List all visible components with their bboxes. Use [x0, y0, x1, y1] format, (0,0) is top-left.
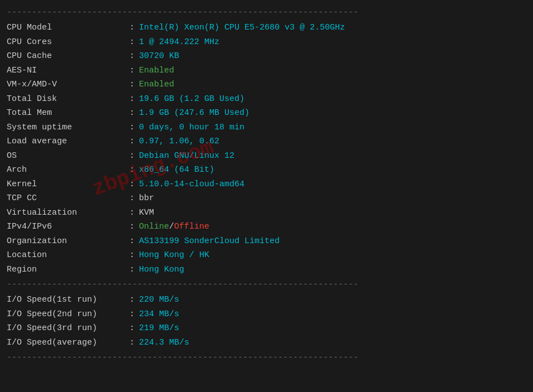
load-average-value: 0.97, 1.06, 0.62	[139, 134, 219, 149]
tcp-cc-row: TCP CC : bbr	[7, 191, 526, 206]
io1-value: 220 MB/s	[139, 293, 179, 307]
divider-bot: ----------------------------------------…	[7, 353, 526, 362]
cpu-cache-row: CPU Cache : 30720 KB	[7, 49, 526, 64]
location-label: Location	[7, 248, 129, 263]
io3-row: I/O Speed(3rd run) : 219 MB/s	[7, 321, 526, 336]
ipv4-online-value: Online	[139, 220, 169, 234]
total-disk-value: 19.6 GB (1.2 GB Used)	[139, 92, 244, 107]
uptime-value: 0 days, 0 hour 18 min	[139, 120, 244, 135]
os-row: OS : Debian GNU/Linux 12	[7, 149, 526, 163]
os-colon: :	[129, 149, 135, 163]
virtualization-value: KVM	[139, 206, 154, 220]
total-mem-label: Total Mem	[7, 106, 129, 120]
cpu-cache-value: 30720 KB	[139, 49, 179, 64]
ipv4-ipv6-row: IPv4/IPv6 : Online / Offline	[7, 220, 526, 234]
cpu-section: CPU Model : Intel(R) Xeon(R) CPU E5-2680…	[7, 21, 526, 277]
ipv4-ipv6-label: IPv4/IPv6	[7, 220, 129, 234]
io2-label: I/O Speed(2nd run)	[7, 307, 129, 322]
cpu-model-row: CPU Model : Intel(R) Xeon(R) CPU E5-2680…	[7, 21, 526, 35]
io-avg-value: 224.3 MB/s	[139, 336, 189, 350]
kernel-value: 5.10.0-14-cloud-amd64	[139, 177, 244, 192]
total-mem-colon: :	[129, 106, 135, 120]
organization-colon: :	[129, 234, 135, 249]
cpu-cache-colon: :	[129, 49, 135, 64]
ipv4-sep: /	[169, 220, 174, 234]
arch-label: Arch	[7, 163, 129, 177]
io-section: I/O Speed(1st run) : 220 MB/s I/O Speed(…	[7, 293, 526, 350]
io3-label: I/O Speed(3rd run)	[7, 321, 129, 336]
io-avg-label: I/O Speed(average)	[7, 336, 129, 350]
load-average-colon: :	[129, 134, 135, 149]
uptime-label: System uptime	[7, 120, 129, 135]
io3-colon: :	[129, 321, 135, 336]
organization-value: AS133199 SonderCloud Limited	[139, 234, 280, 249]
aes-ni-value: Enabled	[139, 64, 174, 78]
cpu-cores-label: CPU Cores	[7, 35, 129, 50]
cpu-model-value: Intel(R) Xeon(R) CPU E5-2680 v3 @ 2.50GH…	[139, 21, 345, 35]
cpu-model-label: CPU Model	[7, 21, 129, 35]
virtualization-row: Virtualization : KVM	[7, 206, 526, 220]
virtualization-colon: :	[129, 206, 135, 220]
io2-row: I/O Speed(2nd run) : 234 MB/s	[7, 307, 526, 322]
divider-mid: ----------------------------------------…	[7, 280, 526, 289]
cpu-cache-label: CPU Cache	[7, 49, 129, 64]
load-average-label: Load average	[7, 134, 129, 149]
cpu-model-colon: :	[129, 21, 135, 35]
arch-value: x86_64 (64 Bit)	[139, 163, 214, 177]
organization-label: Organization	[7, 234, 129, 249]
tcp-cc-label: TCP CC	[7, 191, 129, 206]
total-disk-colon: :	[129, 92, 135, 107]
region-value: Hong Kong	[139, 263, 184, 277]
tcp-cc-colon: :	[129, 191, 135, 206]
io3-value: 219 MB/s	[139, 321, 179, 336]
io1-label: I/O Speed(1st run)	[7, 293, 129, 307]
uptime-colon: :	[129, 120, 135, 135]
vmx-row: VM-x/AMD-V : Enabled	[7, 78, 526, 92]
aes-ni-row: AES-NI : Enabled	[7, 64, 526, 78]
os-value: Debian GNU/Linux 12	[139, 149, 234, 163]
total-disk-label: Total Disk	[7, 92, 129, 107]
region-colon: :	[129, 263, 135, 277]
uptime-row: System uptime : 0 days, 0 hour 18 min	[7, 120, 526, 135]
location-value: Hong Kong / HK	[139, 248, 209, 263]
cpu-cores-value: 1 @ 2494.222 MHz	[139, 35, 219, 50]
kernel-colon: :	[129, 177, 135, 192]
location-row: Location : Hong Kong / HK	[7, 248, 526, 263]
organization-row: Organization : AS133199 SonderCloud Limi…	[7, 234, 526, 249]
cpu-cores-row: CPU Cores : 1 @ 2494.222 MHz	[7, 35, 526, 50]
load-average-row: Load average : 0.97, 1.06, 0.62	[7, 134, 526, 149]
aes-ni-colon: :	[129, 64, 135, 78]
virtualization-label: Virtualization	[7, 206, 129, 220]
region-row: Region : Hong Kong	[7, 263, 526, 277]
tcp-cc-value: bbr	[139, 191, 154, 206]
aes-ni-label: AES-NI	[7, 64, 129, 78]
io-avg-colon: :	[129, 336, 135, 350]
vmx-value: Enabled	[139, 78, 174, 92]
total-mem-row: Total Mem : 1.9 GB (247.6 MB Used)	[7, 106, 526, 120]
ipv6-offline-value: Offline	[174, 220, 209, 234]
divider-top: ----------------------------------------…	[7, 8, 526, 17]
total-disk-row: Total Disk : 19.6 GB (1.2 GB Used)	[7, 92, 526, 107]
vmx-colon: :	[129, 78, 135, 92]
kernel-label: Kernel	[7, 177, 129, 192]
io2-colon: :	[129, 307, 135, 322]
cpu-cores-colon: :	[129, 35, 135, 50]
kernel-row: Kernel : 5.10.0-14-cloud-amd64	[7, 177, 526, 192]
arch-row: Arch : x86_64 (64 Bit)	[7, 163, 526, 177]
vmx-label: VM-x/AMD-V	[7, 78, 129, 92]
region-label: Region	[7, 263, 129, 277]
os-label: OS	[7, 149, 129, 163]
io1-row: I/O Speed(1st run) : 220 MB/s	[7, 293, 526, 307]
total-mem-value: 1.9 GB (247.6 MB Used)	[139, 106, 249, 120]
location-colon: :	[129, 248, 135, 263]
ipv4-ipv6-colon: :	[129, 220, 135, 234]
arch-colon: :	[129, 163, 135, 177]
io2-value: 234 MB/s	[139, 307, 179, 322]
io-avg-row: I/O Speed(average) : 224.3 MB/s	[7, 336, 526, 350]
io1-colon: :	[129, 293, 135, 307]
